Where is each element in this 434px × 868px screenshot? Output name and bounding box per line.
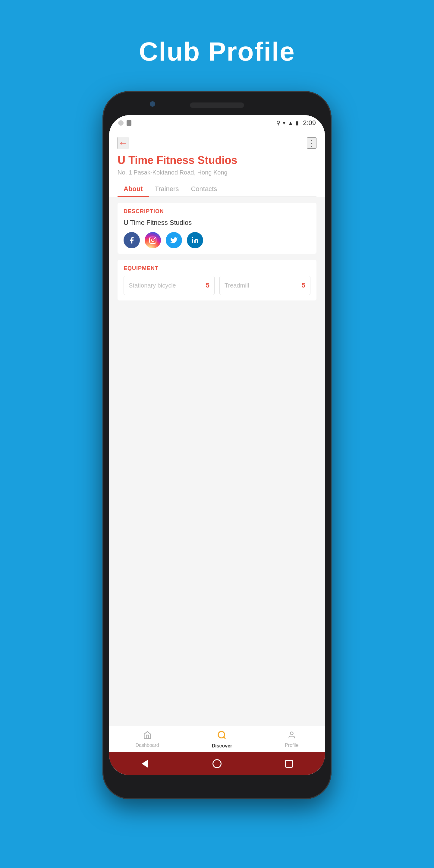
page-title: Club Profile (139, 36, 295, 67)
recents-square-icon (285, 760, 293, 768)
signal-icon: ▲ (288, 120, 293, 126)
status-square (127, 120, 131, 126)
svg-point-7 (290, 732, 293, 735)
svg-point-2 (154, 238, 155, 239)
discover-icon (217, 730, 227, 742)
linkedin-icon[interactable] (187, 232, 203, 248)
equipment-label: EQUIPMENT (124, 265, 310, 272)
equipment-card-treadmill: Treadmill 5 (219, 276, 310, 295)
phone-speaker (190, 102, 244, 108)
status-left (118, 120, 131, 126)
header-nav: ← ⋮ (118, 137, 316, 149)
location-icon: ⚲ (276, 120, 280, 126)
tab-about[interactable]: About (118, 181, 149, 196)
description-section: DESCRIPTION U Time Fitness Studios (118, 203, 316, 254)
back-button[interactable]: ← (118, 137, 128, 149)
status-bar: ⚲ ▾ ▲ ▮ 2:09 (109, 115, 325, 131)
tab-content-about: DESCRIPTION U Time Fitness Studios (109, 197, 325, 726)
twitter-icon[interactable] (166, 232, 182, 248)
home-circle-icon (213, 759, 221, 768)
description-label: DESCRIPTION (124, 208, 310, 215)
instagram-icon[interactable] (145, 232, 161, 248)
equipment-name-treadmill: Treadmill (224, 282, 249, 289)
android-nav (109, 752, 325, 775)
phone-wrapper: ⚲ ▾ ▲ ▮ 2:09 ← ⋮ U Time Fitness Studios … (102, 91, 332, 799)
description-text: U Time Fitness Studios (124, 219, 310, 227)
tab-trainers[interactable]: Trainers (149, 181, 185, 196)
svg-line-6 (224, 737, 226, 739)
status-time: 2:09 (303, 119, 316, 127)
nav-label-profile: Profile (285, 743, 299, 748)
svg-rect-0 (150, 237, 156, 244)
more-options-button[interactable]: ⋮ (307, 137, 316, 149)
app-content: ← ⋮ U Time Fitness Studios No. 1 Pasak-K… (109, 131, 325, 775)
svg-point-1 (152, 239, 154, 242)
equipment-grid: Stationary bicycle 5 Treadmill 5 (124, 276, 310, 295)
dashboard-icon (143, 731, 152, 741)
social-icons (124, 232, 310, 248)
bottom-nav: Dashboard Discover (109, 726, 325, 752)
facebook-icon[interactable] (124, 232, 140, 248)
app-header: ← ⋮ U Time Fitness Studios No. 1 Pasak-K… (109, 131, 325, 197)
phone-camera (149, 101, 156, 107)
equipment-name-bicycle: Stationary bicycle (129, 282, 176, 289)
nav-label-discover: Discover (212, 743, 232, 749)
nav-item-profile[interactable]: Profile (285, 731, 299, 748)
tabs: About Trainers Contacts (118, 181, 316, 197)
club-name: U Time Fitness Studios (118, 154, 316, 167)
club-address: No. 1 Pasak-Koktanod Road, Hong Kong (118, 169, 316, 176)
svg-rect-3 (192, 239, 193, 243)
equipment-count-treadmill: 5 (302, 281, 305, 289)
nav-item-dashboard[interactable]: Dashboard (135, 731, 159, 748)
nav-label-dashboard: Dashboard (135, 743, 159, 748)
svg-point-5 (218, 732, 224, 738)
svg-point-4 (192, 237, 193, 238)
status-circle (118, 120, 124, 126)
back-triangle-icon (142, 760, 148, 768)
android-recents-button[interactable] (283, 758, 295, 770)
equipment-section: EQUIPMENT Stationary bicycle 5 Treadmill… (118, 260, 316, 301)
android-back-button[interactable] (139, 758, 151, 770)
profile-icon (287, 731, 296, 741)
equipment-count-bicycle: 5 (206, 281, 210, 289)
battery-icon: ▮ (296, 120, 299, 126)
android-home-button[interactable] (211, 758, 223, 770)
tab-contacts[interactable]: Contacts (185, 181, 223, 196)
wifi-icon: ▾ (283, 120, 285, 126)
phone-screen: ⚲ ▾ ▲ ▮ 2:09 ← ⋮ U Time Fitness Studios … (109, 115, 325, 775)
equipment-card-bicycle: Stationary bicycle 5 (124, 276, 215, 295)
nav-item-discover[interactable]: Discover (212, 730, 232, 749)
status-right: ⚲ ▾ ▲ ▮ 2:09 (276, 119, 316, 127)
